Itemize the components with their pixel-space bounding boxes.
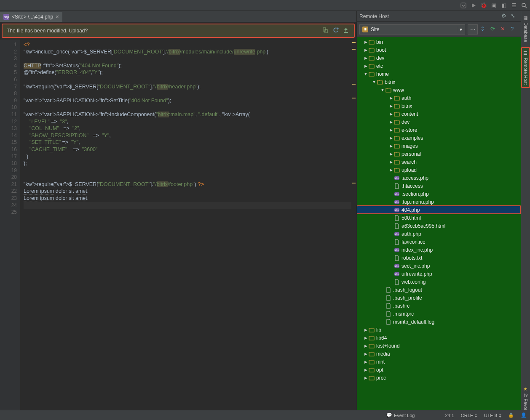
tree-folder[interactable]: ▶proc — [357, 374, 521, 382]
tree-file[interactable]: ▶a63ccb5ac995.html — [357, 222, 521, 230]
tree-arrow-icon[interactable]: ▶ — [364, 40, 368, 44]
tree-folder[interactable]: ▶e-store — [357, 126, 521, 134]
tree-folder[interactable]: ▶lib — [357, 326, 521, 334]
tree-folder[interactable]: ▶media — [357, 350, 521, 358]
upload-icon[interactable] — [343, 27, 350, 34]
tree-file[interactable]: ▶.bash_profile — [357, 294, 521, 302]
tree-arrow-icon[interactable]: ▶ — [364, 344, 368, 348]
tree-arrow-icon[interactable]: ▼ — [364, 72, 368, 76]
lock-icon[interactable]: 🔒 — [508, 412, 514, 418]
remote-file-tree[interactable]: ▶bin▶boot▶dev▶etc▼home▼bitrix▼www▶auth▶b… — [357, 37, 521, 420]
remote-host-tool-button[interactable]: ☰ Remote Host — [521, 47, 530, 88]
tree-folder[interactable]: ▶images — [357, 142, 521, 150]
tree-file[interactable]: ▶php.access.php — [357, 174, 521, 182]
tree-item-label: home — [376, 71, 389, 77]
tree-folder[interactable]: ▶bin — [357, 38, 521, 46]
tree-folder[interactable]: ▶lib64 — [357, 334, 521, 342]
tree-folder[interactable]: ▶examples — [357, 134, 521, 142]
gear-icon[interactable]: ⚙ — [501, 13, 509, 20]
database-tool-button[interactable]: ▦ Database — [522, 13, 529, 45]
tree-folder[interactable]: ▶dev — [357, 118, 521, 126]
tree-folder[interactable]: ▶content — [357, 110, 521, 118]
tab-404-php[interactable]: php <Site> \...\404.php × — [0, 12, 62, 22]
tree-folder[interactable]: ▼bitrix — [357, 78, 521, 86]
tree-folder[interactable]: ▼www — [357, 86, 521, 94]
tree-arrow-icon[interactable]: ▶ — [364, 336, 368, 340]
tree-file[interactable]: ▶.htaccess — [357, 182, 521, 190]
tree-arrow-icon[interactable]: ▶ — [389, 160, 393, 164]
tree-file[interactable]: ▶php.top.menu.php — [357, 198, 521, 206]
minimize-icon[interactable]: ⤡ — [511, 13, 518, 20]
tree-arrow-icon[interactable]: ▶ — [389, 120, 393, 124]
line-ending[interactable]: CRLF‡ — [461, 413, 477, 418]
tree-file[interactable]: ▶favicon.ico — [357, 238, 521, 246]
tree-arrow-icon[interactable]: ▶ — [389, 128, 393, 132]
tree-folder[interactable]: ▶mnt — [357, 358, 521, 366]
tree-folder[interactable]: ▼home — [357, 70, 521, 78]
tree-file[interactable]: ▶web.config — [357, 278, 521, 286]
tree-folder[interactable]: ▶boot — [357, 46, 521, 54]
refresh-icon[interactable]: ⟳ — [490, 26, 498, 33]
inspector-icon[interactable]: 👤 — [521, 412, 527, 418]
search-icon[interactable] — [521, 2, 527, 9]
revert-icon[interactable] — [333, 27, 340, 34]
diff-icon[interactable] — [323, 27, 329, 34]
tree-file[interactable]: ▶phpurlrewrite.php — [357, 270, 521, 278]
sync-icon[interactable]: ☰ — [511, 2, 517, 9]
tree-file[interactable]: ▶php.section.php — [357, 190, 521, 198]
tree-file[interactable]: ▶500.html — [357, 214, 521, 222]
tree-folder[interactable]: ▶lost+found — [357, 342, 521, 350]
tree-folder[interactable]: ▶search — [357, 158, 521, 166]
tree-arrow-icon[interactable]: ▶ — [364, 368, 368, 372]
tree-file[interactable]: ▶phpauth.php — [357, 230, 521, 238]
tree-arrow-icon[interactable]: ▶ — [389, 168, 393, 172]
tree-arrow-icon[interactable]: ▼ — [372, 80, 376, 84]
encoding[interactable]: UTF-8‡ — [484, 413, 501, 418]
tree-folder[interactable]: ▶upload — [357, 166, 521, 174]
help-icon[interactable]: ? — [511, 26, 518, 33]
tree-arrow-icon[interactable]: ▶ — [364, 360, 368, 364]
remote-host-panel: Remote Host ⚙ ⤡ 🖥 Site ▾ ⋯ ⇕ ⟳ ✕ ? ▶bin▶… — [356, 11, 521, 420]
stop-icon[interactable]: ◧ — [501, 2, 507, 9]
run-icon[interactable] — [470, 2, 477, 9]
debug-icon[interactable]: 🐞 — [480, 2, 487, 9]
tree-file[interactable]: ▶.bashrc — [357, 302, 521, 310]
tree-arrow-icon[interactable]: ▼ — [380, 88, 385, 92]
event-log-button[interactable]: 💬Event Log — [386, 412, 415, 418]
tree-arrow-icon[interactable]: ▶ — [389, 96, 393, 100]
tree-file[interactable]: ▶robots.txt — [357, 254, 521, 262]
coverage-icon[interactable]: ▣ — [490, 2, 497, 9]
tree-file[interactable]: ▶php404.php — [357, 206, 521, 214]
delete-icon[interactable]: ✕ — [501, 26, 508, 33]
tree-file[interactable]: ▶phpindex_inc.php — [357, 246, 521, 254]
tree-file[interactable]: ▶.bash_logout — [357, 286, 521, 294]
tree-arrow-icon[interactable]: ▶ — [364, 56, 368, 60]
svg-text:php: php — [395, 177, 399, 179]
caret-position[interactable]: 24:1 — [445, 413, 454, 418]
tree-arrow-icon[interactable]: ▶ — [389, 104, 393, 108]
close-icon[interactable]: × — [56, 13, 59, 20]
tree-file[interactable]: ▶.msmtprc — [357, 310, 521, 318]
update-icon[interactable] — [460, 2, 467, 9]
tree-arrow-icon[interactable]: ▶ — [364, 352, 368, 356]
tree-folder[interactable]: ▶opt — [357, 366, 521, 374]
tree-folder[interactable]: ▶dev — [357, 54, 521, 62]
tree-folder[interactable]: ▶bitrix — [357, 102, 521, 110]
tree-folder[interactable]: ▶auth — [357, 94, 521, 102]
tree-file[interactable]: ▶phpsect_inc.php — [357, 262, 521, 270]
collapse-icon[interactable]: ⇕ — [480, 26, 488, 33]
tree-folder[interactable]: ▶personal — [357, 150, 521, 158]
server-combo[interactable]: 🖥 Site ▾ — [359, 24, 465, 35]
tree-arrow-icon[interactable]: ▶ — [364, 48, 368, 52]
tree-arrow-icon[interactable]: ▶ — [364, 64, 368, 68]
tree-arrow-icon[interactable]: ▶ — [389, 144, 393, 148]
tree-arrow-icon[interactable]: ▶ — [389, 136, 393, 140]
tree-arrow-icon[interactable]: ▶ — [389, 112, 393, 116]
tree-folder[interactable]: ▶etc — [357, 62, 521, 70]
tree-file[interactable]: ▶msmtp_default.log — [357, 318, 521, 326]
tree-arrow-icon[interactable]: ▶ — [389, 152, 393, 156]
tree-arrow-icon[interactable]: ▶ — [364, 376, 368, 380]
more-button[interactable]: ⋯ — [468, 24, 478, 35]
tree-arrow-icon[interactable]: ▶ — [364, 328, 368, 332]
editor-code[interactable]: <?"kw">include_once("var">$_SERVER['DOCU… — [20, 40, 351, 420]
